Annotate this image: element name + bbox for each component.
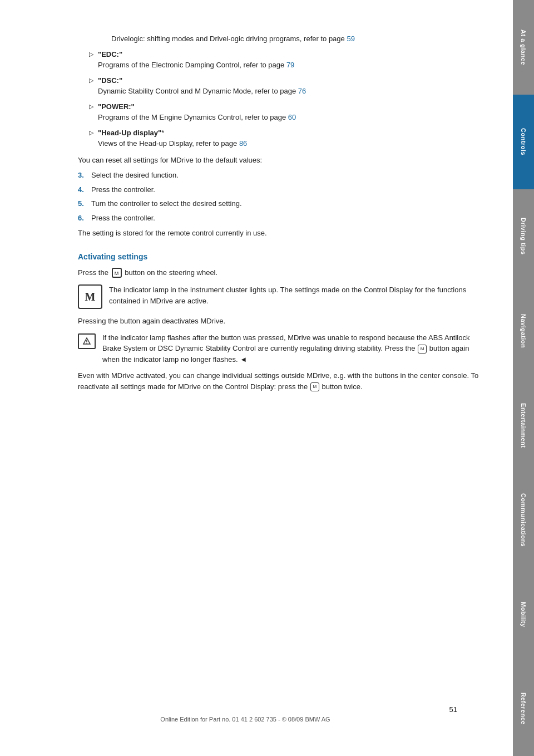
bullet-text-edc: "EDC:" Programs of the Electronic Dampin… xyxy=(98,49,479,71)
back-arrow: ◄ xyxy=(240,355,247,364)
bullet-text-hud: "Head-Up display"* Views of the Head-up … xyxy=(98,127,479,149)
deactivate-text: Pressing the button again deactivates MD… xyxy=(78,317,225,325)
page-number: 51 xyxy=(0,705,457,714)
m-note-text: The indicator lamp in the instrument clu… xyxy=(109,284,479,306)
bullet-list: ▷ "EDC:" Programs of the Electronic Damp… xyxy=(89,49,479,149)
step-3-text: Select the desired function. xyxy=(91,170,479,181)
navigation-label: Navigation xyxy=(520,314,527,348)
stored-paragraph: The setting is stored for the remote con… xyxy=(78,228,479,239)
triangle-warning-icon xyxy=(78,333,96,349)
svg-point-2 xyxy=(86,343,87,344)
communications-label: Communications xyxy=(520,493,527,547)
press-text: Press the xyxy=(78,268,111,277)
step-6-num: 6. xyxy=(78,213,91,224)
step-5-num: 5. xyxy=(78,198,91,209)
edc-page[interactable]: 79 xyxy=(286,61,294,69)
step-6-text: Press the controller. xyxy=(91,213,479,224)
page-container: Drivelogic: shifting modes and Drivel-og… xyxy=(0,0,534,756)
step-4-text: Press the controller. xyxy=(91,184,479,195)
step-4-num: 4. xyxy=(78,184,91,195)
step-3: 3. Select the desired function. xyxy=(78,170,479,181)
bullet-arrow-dsc: ▷ xyxy=(89,76,93,85)
stored-text: The setting is stored for the remote con… xyxy=(78,229,267,237)
warning-text-content: If the indicator lamp flashes after the … xyxy=(102,332,479,365)
bullet-arrow-hud: ▷ xyxy=(89,128,93,138)
activating-settings-heading: Activating settings xyxy=(78,251,479,263)
power-label: "POWER:" xyxy=(98,102,135,111)
reference-label: Reference xyxy=(520,693,527,725)
at-a-glance-label: At a glance xyxy=(520,30,527,65)
m-note-content: The indicator lamp in the instrument clu… xyxy=(109,286,466,305)
entertainment-label: Entertainment xyxy=(520,403,527,448)
warning-box: If the indicator lamp flashes after the … xyxy=(78,332,479,365)
sidebar-tab-reference[interactable]: Reference xyxy=(513,661,534,756)
step-5-text: Turn the controller to select the desire… xyxy=(91,198,479,209)
bullet-text-dsc: "DSC:" Dynamic Stability Control and M D… xyxy=(98,75,479,97)
warning-button-icon: M xyxy=(418,345,427,354)
dsc-label: "DSC:" xyxy=(98,76,122,85)
bullet-edc: ▷ "EDC:" Programs of the Electronic Damp… xyxy=(89,49,479,71)
bullet-arrow-edc: ▷ xyxy=(89,50,93,59)
bullet-hud: ▷ "Head-Up display"* Views of the Head-u… xyxy=(89,127,479,149)
edc-text: Programs of the Electronic Damping Contr… xyxy=(98,61,286,69)
sidebar-tab-mobility[interactable]: Mobility xyxy=(513,567,534,662)
content-body: Drivelogic: shifting modes and Drivel-og… xyxy=(78,33,479,392)
even-mdrive-paragraph: Even with MDrive activated, you can chan… xyxy=(78,370,479,392)
step-5: 5. Turn the controller to select the des… xyxy=(78,198,479,209)
step-6: 6. Press the controller. xyxy=(78,213,479,224)
hud-page[interactable]: 86 xyxy=(239,139,247,148)
bullet-power: ▷ "POWER:" Programs of the M Engine Dyna… xyxy=(89,101,479,123)
intro-page-link[interactable]: 59 xyxy=(347,35,354,43)
m-note-box: M The indicator lamp in the instrument c… xyxy=(78,284,479,309)
steering-button-icon: M xyxy=(112,268,122,278)
controls-label: Controls xyxy=(520,128,527,155)
bullet-dsc: ▷ "DSC:" Dynamic Stability Control and M… xyxy=(89,75,479,97)
press-button-paragraph: Press the M button on the steering wheel… xyxy=(78,267,479,278)
step-4: 4. Press the controller. xyxy=(78,184,479,195)
right-sidebar: At a glance Controls Driving tips Naviga… xyxy=(513,0,534,756)
sidebar-tab-entertainment[interactable]: Entertainment xyxy=(513,378,534,473)
edc-label: "EDC:" xyxy=(98,50,122,58)
sidebar-tab-at-a-glance[interactable]: At a glance xyxy=(513,0,534,95)
even-button-icon: M xyxy=(310,382,319,391)
sidebar-tab-controls[interactable]: Controls xyxy=(513,95,534,189)
mobility-label: Mobility xyxy=(520,602,527,627)
triangle-svg xyxy=(82,337,91,346)
sidebar-tab-communications[interactable]: Communications xyxy=(513,473,534,567)
sidebar-tab-driving-tips[interactable]: Driving tips xyxy=(513,189,534,284)
power-text: Programs of the M Engine Dynamics Contro… xyxy=(98,113,288,121)
hud-label: "Head-Up display"* xyxy=(98,129,164,137)
m-icon: M xyxy=(78,284,102,309)
main-content: Drivelogic: shifting modes and Drivel-og… xyxy=(0,0,513,756)
bullet-arrow-power: ▷ xyxy=(89,102,93,111)
bullet-text-power: "POWER:" Programs of the M Engine Dynami… xyxy=(98,101,479,123)
warning-text-part1: If the indicator lamp flashes after the … xyxy=(102,333,469,353)
intro-paragraph: Drivelogic: shifting modes and Drivel-og… xyxy=(111,33,479,45)
sidebar-tab-navigation[interactable]: Navigation xyxy=(513,283,534,378)
footer-text: Online Edition for Part no. 01 41 2 602 … xyxy=(0,716,491,723)
intro-text: Drivelogic: shifting modes and Drivel-og… xyxy=(111,35,347,43)
dsc-page[interactable]: 76 xyxy=(298,87,306,95)
dsc-text: Dynamic Stability Control and M Dynamic … xyxy=(98,87,298,95)
footer-area: 51 Online Edition for Part no. 01 41 2 6… xyxy=(0,705,491,723)
power-page[interactable]: 60 xyxy=(288,113,296,121)
hud-text: Views of the Head-up Display, refer to p… xyxy=(98,139,239,148)
even-text-part1: Even with MDrive activated, you can chan… xyxy=(78,371,478,391)
step-3-num: 3. xyxy=(78,170,91,181)
driving-tips-label: Driving tips xyxy=(520,218,527,255)
press-text-2: button on the steering wheel. xyxy=(125,268,217,277)
even-text-part2: button twice. xyxy=(322,382,363,391)
reset-text: You can reset all settings for MDrive to… xyxy=(78,156,262,164)
reset-paragraph: You can reset all settings for MDrive to… xyxy=(78,155,479,166)
deactivate-paragraph: Pressing the button again deactivates MD… xyxy=(78,316,479,327)
